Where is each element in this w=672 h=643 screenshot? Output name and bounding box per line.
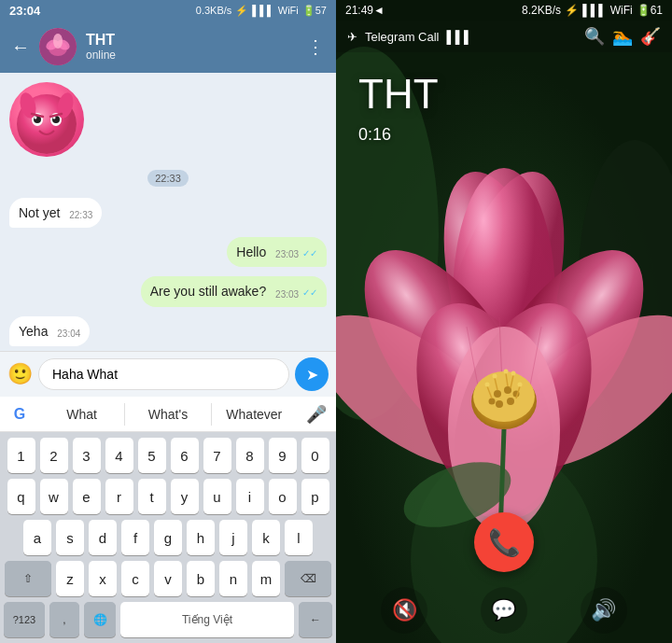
key-9[interactable]: 9 (269, 438, 297, 473)
key-h[interactable]: h (187, 520, 215, 555)
key-d[interactable]: d (89, 520, 117, 555)
header-menu-button[interactable]: ⋮ (306, 35, 325, 58)
key-z[interactable]: z (56, 561, 84, 596)
phone-left: 23:04 0.3KB/s ⚡ ▌▌▌ WiFi 🔋57 ← THT onlin… (0, 0, 336, 643)
key-3[interactable]: 3 (73, 438, 101, 473)
back-button[interactable]: ← (11, 36, 30, 58)
contact-info: THT online (86, 32, 297, 62)
key-g[interactable]: g (154, 520, 182, 555)
return-key[interactable]: ← (299, 602, 332, 637)
svg-point-11 (35, 117, 37, 119)
status-bar-left: 23:04 0.3KB/s ⚡ ▌▌▌ WiFi 🔋57 (0, 0, 336, 21)
globe-key[interactable]: 🌐 (84, 602, 116, 637)
shift-key[interactable]: ⇧ (5, 561, 51, 596)
key-v[interactable]: v (154, 561, 182, 596)
key-t[interactable]: t (138, 479, 166, 514)
key-u[interactable]: u (203, 479, 231, 514)
call-top-right-icons: 🔍 🏊 🎸 (584, 26, 661, 47)
telegram-icon: ✈ (347, 30, 357, 44)
key-x[interactable]: x (89, 561, 117, 596)
key-1[interactable]: 1 (7, 438, 35, 473)
call-actions: 📞 (336, 497, 672, 587)
guitar-icon: 🎸 (640, 26, 661, 47)
avatar (39, 28, 77, 65)
time-right: 21:49 (345, 4, 373, 17)
call-signal-bars: ▌▌▌ (446, 30, 472, 44)
key-8[interactable]: 8 (236, 438, 264, 473)
status-bar-right: 21:49 ◄ 8.2KB/s ⚡ ▌▌▌ WiFi 🔋61 (336, 0, 672, 21)
comma-key[interactable]: , (49, 602, 79, 637)
phone-right: 21:49 ◄ 8.2KB/s ⚡ ▌▌▌ WiFi 🔋61 ✈ Telegra… (336, 0, 672, 643)
location-arrow-icon: ◄ (373, 4, 385, 17)
backspace-key[interactable]: ⌫ (285, 561, 331, 596)
key-w[interactable]: w (40, 479, 68, 514)
key-4[interactable]: 4 (105, 438, 133, 473)
bluetooth-icon: ⚡ (235, 5, 248, 17)
message-text: Not yet (19, 205, 60, 220)
call-overlay: 21:49 ◄ 8.2KB/s ⚡ ▌▌▌ WiFi 🔋61 ✈ Telegra… (336, 0, 672, 643)
key-b[interactable]: b (187, 561, 215, 596)
emoji-button[interactable]: 🙂 (7, 362, 33, 386)
key-f[interactable]: f (121, 520, 149, 555)
key-j[interactable]: j (219, 520, 247, 555)
read-check: ✓✓ (302, 248, 317, 259)
table-row: Not yet 22:33 (9, 198, 327, 228)
key-row-zxcv: ⇧ z x c v b n m ⌫ (4, 561, 332, 596)
message-input[interactable] (38, 358, 289, 390)
autocomplete-bar: G What What's Whatever 🎤 (0, 397, 336, 432)
key-m[interactable]: m (252, 561, 280, 596)
key-row-asdf: a s d f g h j k l (4, 520, 332, 555)
call-bottom-icons: 🔇 💬 🔊 (336, 587, 672, 643)
key-6[interactable]: 6 (171, 438, 199, 473)
key-c[interactable]: c (121, 561, 149, 596)
g-icon: G (14, 406, 25, 423)
figure-icon: 🏊 (612, 26, 633, 47)
key-i[interactable]: i (236, 479, 264, 514)
key-r[interactable]: r (105, 479, 133, 514)
timestamp-22-33: 22:33 (147, 170, 189, 187)
key-y[interactable]: y (171, 479, 199, 514)
caller-name: THT (358, 71, 650, 118)
key-a[interactable]: a (23, 520, 51, 555)
key-o[interactable]: o (269, 479, 297, 514)
key-n[interactable]: n (219, 561, 247, 596)
send-button[interactable]: ➤ (295, 357, 329, 391)
key-0[interactable]: 0 (301, 438, 329, 473)
key-k[interactable]: k (252, 520, 280, 555)
network-info-left: 0.3KB/s (196, 5, 232, 16)
bluetooth-icon-right: ⚡ (565, 4, 579, 17)
contact-status: online (86, 49, 297, 62)
key-s[interactable]: s (56, 520, 84, 555)
autocomplete-word-1[interactable]: What (39, 403, 125, 426)
message-time: 22:33 (69, 210, 92, 220)
end-call-icon: 📞 (488, 527, 521, 558)
chat-button[interactable]: 💬 (481, 587, 527, 634)
key-p[interactable]: p (301, 479, 329, 514)
key-5[interactable]: 5 (138, 438, 166, 473)
message-time: 23:03 (275, 249, 299, 259)
battery-left: 🔋57 (302, 5, 327, 17)
autocomplete-word-2[interactable]: What's (125, 403, 211, 426)
space-key[interactable]: Tiếng Việt (120, 602, 294, 637)
input-area: 🙂 ➤ (0, 351, 336, 397)
message-bubble-right: Hello 23:03 ✓✓ (227, 237, 327, 267)
wifi-icon: WiFi (278, 5, 299, 16)
key-q[interactable]: q (7, 479, 35, 514)
speaker-button[interactable]: 🔊 (581, 587, 627, 634)
chat-messages: 22:33 Not yet 22:33 Hello 23:03 ✓✓ Are y… (0, 73, 336, 351)
numbers-key[interactable]: ?123 (4, 602, 45, 637)
table-row: Are you still awake? 23:03 ✓✓ (9, 276, 327, 306)
microphone-button[interactable]: 🎤 (297, 404, 336, 425)
autocomplete-word-3[interactable]: Whatever (212, 403, 297, 426)
key-e[interactable]: e (73, 479, 101, 514)
key-7[interactable]: 7 (203, 438, 231, 473)
message-time: 23:03 (275, 289, 299, 300)
message-text: Are you still awake? (150, 284, 267, 299)
mute-button[interactable]: 🔇 (381, 587, 427, 634)
key-l[interactable]: l (285, 520, 313, 555)
key-row-qwerty: q w e r t y u i o p (4, 479, 332, 514)
end-call-button[interactable]: 📞 (474, 512, 534, 572)
call-info-panel: THT 0:16 (336, 52, 672, 294)
contact-name: THT (86, 32, 297, 49)
key-2[interactable]: 2 (40, 438, 68, 473)
